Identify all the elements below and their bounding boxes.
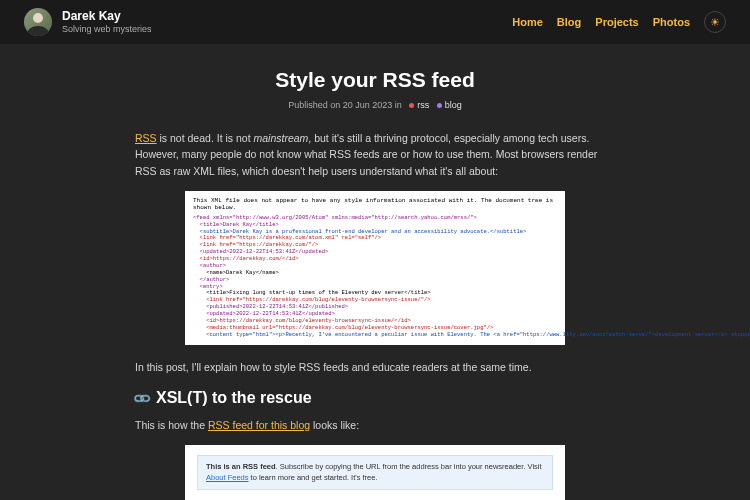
post-body: RSS is not dead. It is not mainstream, b… <box>135 130 615 500</box>
tag-dot-icon <box>437 103 442 108</box>
nav-blog[interactable]: Blog <box>557 16 581 28</box>
sun-icon: ☀ <box>710 16 720 29</box>
brand[interactable]: Darek Kay Solving web mysteries <box>24 8 152 36</box>
rss-link[interactable]: RSS <box>135 132 157 144</box>
tag-dot-icon <box>409 103 414 108</box>
intro-paragraph-2: In this post, I'll explain how to style … <box>135 359 615 375</box>
styled-feed-screenshot: This is an RSS feed. Subscribe by copyin… <box>185 445 565 500</box>
post-content: Style your RSS feed Published on 20 Jun … <box>135 44 615 500</box>
tag-blog[interactable]: blog <box>445 100 462 110</box>
nav-photos[interactable]: Photos <box>653 16 690 28</box>
section-paragraph: This is how the RSS feed for this blog l… <box>135 417 615 433</box>
main-nav: Home Blog Projects Photos ☀ <box>512 11 726 33</box>
post-meta: Published on 20 Jun 2023 in rss blog <box>135 100 615 110</box>
xml-warning-text: This XML file does not appear to have an… <box>193 197 557 212</box>
section-heading: XSL(T) to the rescue <box>156 389 312 407</box>
about-feeds-link: About Feeds <box>206 473 249 482</box>
post-title: Style your RSS feed <box>135 68 615 92</box>
avatar <box>24 8 52 36</box>
brand-name: Darek Kay <box>62 9 152 23</box>
nav-home[interactable]: Home <box>512 16 543 28</box>
site-header: Darek Kay Solving web mysteries Home Blo… <box>0 0 750 44</box>
rss-feed-link[interactable]: RSS feed for this blog <box>208 419 310 431</box>
xml-screenshot: This XML file does not appear to have an… <box>185 191 565 345</box>
brand-tagline: Solving web mysteries <box>62 24 152 35</box>
nav-projects[interactable]: Projects <box>595 16 638 28</box>
tag-rss[interactable]: rss <box>417 100 429 110</box>
info-banner: This is an RSS feed. Subscribe by copyin… <box>197 455 553 490</box>
brand-text: Darek Kay Solving web mysteries <box>62 9 152 34</box>
section-heading-row: 🔗 XSL(T) to the rescue <box>135 389 615 407</box>
intro-paragraph: RSS is not dead. It is not mainstream, b… <box>135 130 615 179</box>
meta-date: Published on 20 Jun 2023 in <box>288 100 402 110</box>
theme-toggle-button[interactable]: ☀ <box>704 11 726 33</box>
anchor-link-icon[interactable]: 🔗 <box>132 388 153 409</box>
